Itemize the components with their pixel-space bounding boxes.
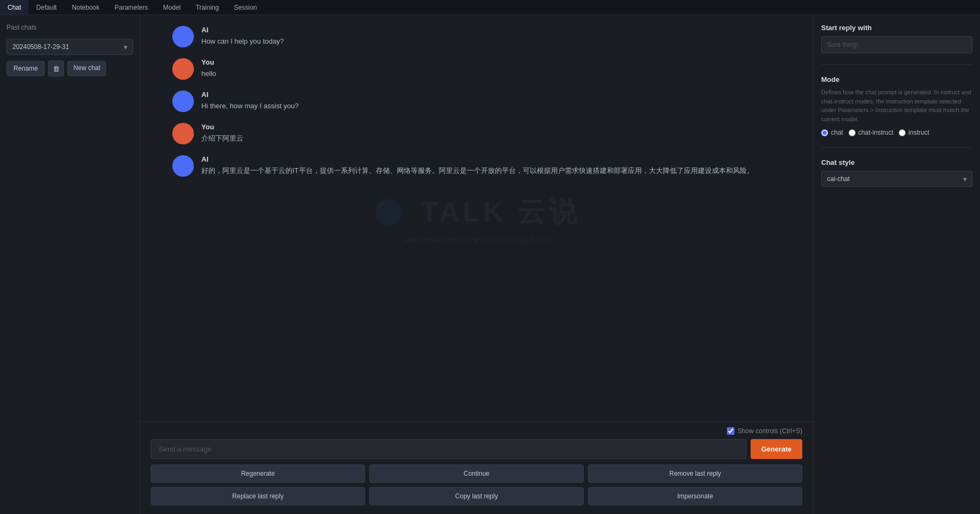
watermark-logo: TALK 云说 [421, 196, 580, 227]
message-author: AI [201, 26, 770, 34]
mode-description: Defines how the chat prompt is generated… [821, 88, 972, 123]
message-author: AI [201, 91, 770, 99]
avatar-ai [172, 26, 194, 47]
main-layout: Past chats 20240508-17-29-31 Rename 🗑 Ne… [0, 15, 980, 514]
generate-button[interactable]: Generate [751, 439, 802, 459]
continue-button[interactable]: Continue [369, 464, 584, 483]
message-content: AI Hi there, how may I assist you? [201, 91, 770, 112]
nav-default[interactable]: Default [29, 0, 64, 15]
trash-button[interactable]: 🗑 [48, 60, 64, 77]
sidebar-buttons: Rename 🗑 New chat [6, 60, 133, 77]
chat-style-title: Chat style [821, 158, 972, 166]
message-text: Hi there, how may I assist you? [201, 101, 770, 112]
message-author: You [201, 123, 770, 131]
remove-last-reply-button[interactable]: Remove last reply [588, 464, 802, 483]
section-divider [821, 64, 972, 65]
show-controls-checkbox[interactable] [727, 427, 734, 435]
mode-section: Mode Defines how the chat prompt is gene… [821, 75, 972, 136]
action-buttons-row-2: Replace last reply Copy last reply Imper… [151, 487, 802, 505]
message-text: 介绍下阿里云 [201, 133, 770, 144]
chat-style-select[interactable]: cai-chat default [821, 171, 972, 187]
mode-radio-chat[interactable] [821, 129, 828, 136]
avatar-ai [172, 91, 194, 112]
nav-parameters[interactable]: Parameters [107, 0, 156, 15]
regenerate-button[interactable]: Regenerate [151, 464, 365, 483]
chat-area: 🔵 TALK 云说 -www.idctalk.com-国内专业云计算交流服务平台… [140, 15, 813, 514]
message-text: hello [201, 68, 770, 80]
avatar-user [172, 58, 194, 80]
message-row: AI 好的，阿里云是一个基于云的IT平台，提供一系列计算、存储、网络等服务。阿里… [172, 155, 770, 177]
past-chats-label: Past chats [6, 24, 133, 31]
top-navigation: Chat Default Notebook Parameters Model T… [0, 0, 980, 15]
replace-last-reply-button[interactable]: Replace last reply [151, 487, 365, 505]
mode-radio-instruct[interactable] [899, 129, 906, 136]
nav-training[interactable]: Training [188, 0, 226, 15]
show-controls-label: Show controls (Ctrl+S) [738, 427, 802, 435]
nav-model[interactable]: Model [156, 0, 188, 15]
avatar-ai [172, 155, 194, 177]
sidebar: Past chats 20240508-17-29-31 Rename 🗑 Ne… [0, 15, 140, 514]
message-row: You 介绍下阿里云 [172, 123, 770, 144]
start-reply-input[interactable] [821, 36, 972, 53]
right-panel: Start reply with Mode Defines how the ch… [813, 15, 980, 514]
start-reply-title: Start reply with [821, 24, 972, 32]
chat-style-select-wrapper: cai-chat default [821, 171, 972, 187]
mode-option-instruct[interactable]: instruct [899, 129, 929, 136]
message-author: AI [201, 155, 770, 163]
chat-bottom: Show controls (Ctrl+S) Generate Regenera… [140, 421, 813, 514]
message-text: 好的，阿里云是一个基于云的IT平台，提供一系列计算、存储、网络等服务。阿里云是一… [201, 165, 770, 177]
impersonate-button[interactable]: Impersonate [588, 487, 802, 505]
message-row: AI How can I help you today? [172, 26, 770, 47]
message-row: AI Hi there, how may I assist you? [172, 91, 770, 112]
chat-messages: 🔵 TALK 云说 -www.idctalk.com-国内专业云计算交流服务平台… [140, 15, 813, 421]
mode-option-chat[interactable]: chat [821, 129, 843, 136]
mode-title: Mode [821, 75, 972, 84]
nav-session[interactable]: Session [226, 0, 264, 15]
message-input-row: Generate [151, 439, 802, 459]
action-buttons-row-1: Regenerate Continue Remove last reply [151, 464, 802, 483]
past-chats-select-wrapper: 20240508-17-29-31 [6, 39, 133, 55]
rename-button[interactable]: Rename [6, 61, 45, 76]
section-divider [821, 147, 972, 148]
message-text: How can I help you today? [201, 36, 770, 47]
nav-notebook[interactable]: Notebook [64, 0, 107, 15]
mode-option-chat-instruct[interactable]: chat-instruct [849, 129, 893, 136]
mode-radio-chat-instruct[interactable] [849, 129, 856, 136]
message-author: You [201, 58, 770, 66]
new-chat-button[interactable]: New chat [67, 61, 106, 76]
watermark-url: -www.idctalk.com-国内专业云计算交流服务平台- [402, 235, 551, 245]
mode-options: chat chat-instruct instruct [821, 129, 972, 136]
start-reply-section: Start reply with [821, 24, 972, 53]
mode-label-chat-instruct: chat-instruct [858, 129, 893, 136]
message-content: You 介绍下阿里云 [201, 123, 770, 144]
message-content: AI How can I help you today? [201, 26, 770, 47]
message-row: You hello [172, 58, 770, 80]
copy-last-reply-button[interactable]: Copy last reply [369, 487, 584, 505]
avatar-user [172, 123, 194, 144]
message-content: You hello [201, 58, 770, 80]
chat-style-section: Chat style cai-chat default [821, 158, 972, 187]
show-controls-row: Show controls (Ctrl+S) [151, 427, 802, 435]
nav-chat[interactable]: Chat [0, 0, 29, 15]
mode-label-instruct: instruct [908, 129, 929, 136]
mode-label-chat: chat [831, 129, 843, 136]
past-chats-select[interactable]: 20240508-17-29-31 [6, 39, 133, 55]
message-content: AI 好的，阿里云是一个基于云的IT平台，提供一系列计算、存储、网络等服务。阿里… [201, 155, 770, 177]
message-input[interactable] [151, 439, 746, 459]
